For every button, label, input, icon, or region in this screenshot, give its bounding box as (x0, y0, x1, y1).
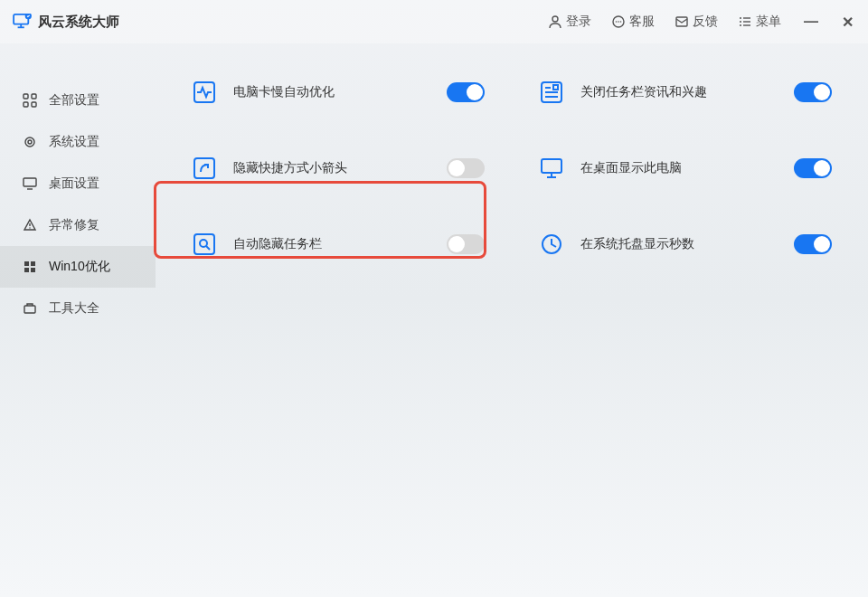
setting-label: 自动隐藏任务栏 (233, 236, 430, 252)
sidebar-item-label: 工具大全 (49, 300, 99, 317)
svg-point-6 (620, 21, 622, 23)
body: 全部设置 系统设置 桌面设置 异常修复 Win10优化 工具大全 (0, 43, 868, 597)
toggle-hide-shortcut-arrow[interactable] (447, 158, 485, 178)
svg-rect-20 (24, 178, 36, 186)
svg-line-33 (206, 246, 210, 250)
login-button[interactable]: 登录 (548, 14, 591, 30)
minimize-button[interactable]: — (803, 14, 819, 30)
menu-icon (738, 14, 752, 29)
chat-icon (611, 14, 626, 29)
svg-rect-7 (676, 17, 687, 26)
svg-point-18 (25, 137, 34, 147)
monitor-icon (539, 156, 564, 181)
svg-rect-28 (24, 306, 35, 313)
menu-button[interactable]: 菜单 (738, 14, 781, 30)
sidebar-item-repair[interactable]: 异常修复 (0, 204, 156, 246)
svg-point-32 (200, 240, 207, 247)
setting-label: 关闭任务栏资讯和兴趣 (580, 84, 778, 100)
setting-disable-news: 关闭任务栏资讯和兴趣 (539, 80, 832, 105)
gear-icon (22, 134, 38, 150)
svg-rect-30 (194, 158, 214, 178)
clock-icon (539, 232, 564, 257)
svg-point-12 (740, 24, 741, 26)
warning-icon (22, 217, 38, 233)
svg-point-23 (29, 227, 30, 228)
activity-icon (192, 80, 217, 105)
menu-label: 菜单 (756, 14, 781, 30)
toggle-tray-seconds[interactable] (794, 234, 832, 254)
setting-show-this-pc: 在桌面显示此电脑 (539, 156, 832, 181)
search-box-icon (192, 232, 217, 257)
grid-icon (22, 92, 38, 109)
sidebar: 全部设置 系统设置 桌面设置 异常修复 Win10优化 工具大全 (0, 43, 156, 597)
sidebar-item-all-settings[interactable]: 全部设置 (0, 80, 156, 121)
shortcut-icon (192, 156, 217, 181)
svg-point-8 (740, 17, 741, 19)
sidebar-item-label: Win10优化 (49, 259, 110, 275)
sidebar-item-label: 全部设置 (49, 92, 99, 109)
service-label: 客服 (629, 14, 655, 30)
svg-rect-14 (24, 94, 28, 99)
setting-tray-seconds: 在系统托盘显示秒数 (539, 232, 832, 257)
sidebar-item-label: 桌面设置 (49, 175, 99, 192)
svg-point-4 (616, 21, 618, 23)
left-column: 电脑卡慢自动优化 隐藏快捷方式小箭头 自动隐藏任务栏 (192, 80, 485, 308)
svg-rect-39 (542, 159, 561, 173)
setting-label: 在桌面显示此电脑 (580, 160, 778, 176)
monitor-icon (22, 175, 38, 192)
svg-rect-25 (31, 261, 35, 266)
feedback-button[interactable]: 反馈 (675, 14, 718, 30)
svg-rect-16 (24, 102, 28, 107)
login-label: 登录 (566, 14, 591, 30)
svg-point-19 (28, 140, 32, 144)
main-panel: 电脑卡慢自动优化 隐藏快捷方式小箭头 自动隐藏任务栏 (156, 43, 868, 597)
sidebar-item-tools[interactable]: 工具大全 (0, 288, 156, 329)
svg-rect-24 (24, 261, 29, 266)
toggle-disable-news[interactable] (794, 82, 832, 102)
sidebar-item-system-settings[interactable]: 系统设置 (0, 121, 156, 163)
toggle-show-this-pc[interactable] (794, 158, 832, 178)
setting-hide-shortcut-arrow: 隐藏快捷方式小箭头 (192, 156, 485, 181)
toggle-auto-hide-taskbar[interactable] (447, 234, 485, 254)
window-controls: — ✕ (803, 14, 855, 31)
sidebar-item-label: 系统设置 (49, 134, 99, 150)
setting-label: 在系统托盘显示秒数 (580, 236, 778, 252)
sidebar-item-win10-optimize[interactable]: Win10优化 (0, 246, 156, 288)
setting-auto-hide-taskbar: 自动隐藏任务栏 (192, 232, 485, 257)
svg-point-5 (618, 21, 619, 23)
user-icon (548, 14, 562, 29)
setting-label: 隐藏快捷方式小箭头 (233, 160, 430, 176)
news-icon (539, 80, 564, 105)
right-column: 关闭任务栏资讯和兴趣 在桌面显示此电脑 在系统托盘显示秒数 (539, 80, 832, 308)
svg-point-2 (552, 16, 558, 22)
windows-icon (22, 259, 38, 275)
close-button[interactable]: ✕ (839, 14, 855, 31)
monitor-logo-icon (13, 14, 33, 30)
feedback-label: 反馈 (693, 14, 718, 30)
svg-rect-17 (32, 102, 36, 107)
svg-rect-31 (194, 234, 214, 254)
setting-auto-optimize: 电脑卡慢自动优化 (192, 80, 485, 105)
setting-label: 电脑卡慢自动优化 (233, 84, 430, 100)
svg-rect-27 (31, 268, 35, 272)
sidebar-item-desktop-settings[interactable]: 桌面设置 (0, 163, 156, 204)
sidebar-item-label: 异常修复 (49, 217, 99, 233)
top-actions: 登录 客服 反馈 菜单 (548, 14, 781, 30)
toolbox-icon (22, 300, 38, 317)
titlebar: 风云系统大师 登录 客服 反馈 菜单 — ✕ (0, 0, 868, 43)
svg-rect-15 (32, 94, 36, 99)
logo: 风云系统大师 (13, 14, 119, 31)
toggle-auto-optimize[interactable] (447, 82, 485, 102)
svg-point-10 (740, 21, 741, 23)
svg-rect-26 (24, 268, 29, 272)
feedback-icon (675, 14, 689, 29)
app-title: 风云系统大师 (38, 14, 119, 31)
service-button[interactable]: 客服 (611, 14, 655, 30)
svg-rect-38 (553, 85, 558, 90)
app-window: 风云系统大师 登录 客服 反馈 菜单 — ✕ (0, 0, 868, 597)
